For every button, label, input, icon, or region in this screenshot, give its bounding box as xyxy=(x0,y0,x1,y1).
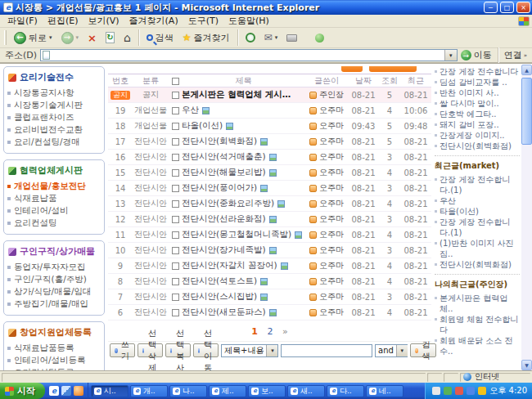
taskbar-task-button[interactable]: 개.. xyxy=(130,385,168,397)
post-title-link[interactable]: 전단시안(회벽화점) xyxy=(182,136,257,147)
post-title-link[interactable]: 전단시안(스시집밥) xyxy=(182,291,257,303)
row-checkbox[interactable] xyxy=(172,107,179,114)
address-input[interactable]: ▾ xyxy=(40,49,458,61)
sidebar-item[interactable]: 식재료납품 xyxy=(7,192,101,204)
recent-post-link[interactable]: (1)반찬 이미지 사진 짐.. xyxy=(435,238,520,259)
post-title-link[interactable]: 전단시안(자갈치 꼼장어) xyxy=(182,260,277,271)
taskbar-task-button[interactable]: 제.. xyxy=(209,385,246,397)
page-link-2[interactable]: 2 xyxy=(267,326,273,337)
quicklaunch-ie-icon[interactable] xyxy=(49,386,59,396)
refresh-button[interactable]: ↻ xyxy=(101,30,119,45)
author-link[interactable]: 오주마 xyxy=(319,136,344,147)
menu-item[interactable]: 도구(T) xyxy=(183,15,223,27)
sidebar-item[interactable]: 시장통공지사항 xyxy=(7,87,101,99)
tray-network-icon[interactable] xyxy=(467,387,475,395)
recent-post-link[interactable]: 간장 게장 전수합니다.(1) xyxy=(435,174,520,195)
search-input[interactable] xyxy=(281,344,372,357)
sidebar-item[interactable]: 상가/식당/매물/임대 xyxy=(7,285,101,298)
sidebar-item[interactable]: 요리비법전수교환 xyxy=(7,123,101,136)
tray-volume-icon[interactable] xyxy=(432,387,440,395)
maximize-button[interactable]: □ xyxy=(500,2,514,13)
taskbar-task-button[interactable]: 새.. xyxy=(287,385,325,397)
start-button[interactable]: 시작 xyxy=(0,383,45,399)
row-checkbox[interactable] xyxy=(172,262,179,270)
go-button[interactable]: → 이동 xyxy=(461,49,492,61)
my-recent-post-link[interactable]: 회원명 체험 전수합니다 xyxy=(435,314,520,335)
my-recent-post-link[interactable]: 본게시판은 협력업체.. xyxy=(435,293,520,314)
print-button[interactable] xyxy=(282,33,301,43)
author-link[interactable]: 오주마 xyxy=(319,213,344,225)
search-field-select[interactable]: 제목+내용 ▾ xyxy=(221,344,278,357)
author-link[interactable]: 오주마 xyxy=(319,291,344,303)
author-link[interactable]: 오주마 xyxy=(319,167,344,178)
back-button[interactable]: ← 뒤로 ▾ xyxy=(10,30,56,46)
sidebar-item[interactable]: 인테리어/설비 xyxy=(7,204,101,217)
author-link[interactable]: 오주마 xyxy=(319,244,344,256)
address-dropdown-button[interactable]: ▾ xyxy=(444,50,457,61)
my-recent-post-link[interactable]: 회원 배운닭 소스 전수.. xyxy=(435,335,520,356)
post-title-link[interactable]: 전단시안(석토스트) xyxy=(182,276,257,287)
page-next-link[interactable]: » xyxy=(282,326,288,337)
mail-button[interactable]: ✉ ▾ xyxy=(260,31,282,44)
sidebar-item[interactable]: 인테리어/설비등록 xyxy=(7,354,101,366)
recent-post-link[interactable]: 전단시안(회벽화점) xyxy=(435,141,520,151)
links-button[interactable]: 연결 » xyxy=(504,49,529,61)
author-link[interactable]: 오주마 xyxy=(319,260,344,271)
history-button[interactable] xyxy=(241,31,259,44)
author-link[interactable]: 오주마 xyxy=(319,229,344,240)
sidebar-item[interactable]: 요리/컨설팅/경매 xyxy=(7,136,101,148)
sidebar-item[interactable]: 개업선물/홍보전단 xyxy=(7,180,101,192)
tray-messenger-icon[interactable] xyxy=(478,387,486,395)
recent-post-link[interactable]: 간장게장 이미지.. xyxy=(435,130,520,141)
row-checkbox[interactable] xyxy=(172,92,179,99)
row-checkbox[interactable] xyxy=(172,169,179,177)
menu-item[interactable]: 편집(E) xyxy=(43,15,83,27)
favorites-button[interactable]: ★ 즐겨찾기 xyxy=(178,30,234,46)
post-title-link[interactable]: 본게시판은 협력업체 게시판입니다 xyxy=(182,89,292,101)
post-title-link[interactable]: 전단시안(선라운화점) xyxy=(182,213,266,225)
close-button[interactable]: × xyxy=(516,2,530,13)
author-link[interactable]: 오주마 xyxy=(319,182,344,194)
row-checkbox[interactable] xyxy=(172,185,179,192)
row-checkbox[interactable] xyxy=(172,309,179,316)
menu-item[interactable]: 파일(F) xyxy=(2,15,43,27)
post-title-link[interactable]: 전단시안(풍이어가) xyxy=(182,182,257,194)
post-title-link[interactable]: 전단시안(장가네족발) xyxy=(182,244,266,256)
sidebar-item[interactable]: 클럽프랜차이즈 xyxy=(7,111,101,123)
author-link[interactable]: 오주마 xyxy=(319,276,344,287)
author-link[interactable]: 오주마 xyxy=(319,151,344,163)
recent-post-link[interactable]: 타올(이선) xyxy=(435,206,520,217)
menu-item[interactable]: 도움말(H) xyxy=(223,15,274,27)
recent-post-link[interactable]: 단호박 에그타.. xyxy=(435,109,520,119)
messenger-button[interactable] xyxy=(311,32,328,44)
scroll-down-button[interactable]: ▼ xyxy=(521,360,532,370)
menu-item[interactable]: 즐겨찾기(A) xyxy=(124,15,183,27)
row-checkbox[interactable] xyxy=(172,231,179,239)
taskbar-task-button[interactable]: 네.. xyxy=(366,385,404,397)
row-checkbox[interactable] xyxy=(172,216,179,223)
board-action-button[interactable]: 선택삭제 xyxy=(138,343,163,357)
clipped-button[interactable] xyxy=(341,66,363,72)
sidebar-item[interactable]: 동업자/투자자모집 xyxy=(7,261,101,273)
mail-dropdown-icon[interactable]: ▾ xyxy=(275,34,278,41)
post-title-link[interactable]: 전단시안(석거매출춘) xyxy=(182,151,266,163)
tray-update-icon[interactable] xyxy=(455,387,463,395)
recent-post-link[interactable]: 간장 게장 전수합니다.(1) xyxy=(435,217,520,238)
scroll-up-button[interactable]: ▲ xyxy=(521,65,532,75)
sidebar-item[interactable]: 시장통기술게시판 xyxy=(7,99,101,111)
post-title-link[interactable]: 전단시안(중화요리주방) xyxy=(182,198,274,209)
stop-button[interactable]: × xyxy=(83,31,101,45)
quicklaunch-show-desktop-icon[interactable] xyxy=(61,386,71,396)
quicklaunch-media-player-icon[interactable] xyxy=(74,386,83,396)
row-checkbox[interactable] xyxy=(172,247,179,254)
taskbar-task-button[interactable]: 나.. xyxy=(169,385,207,397)
taskbar-task-button[interactable]: 시.. xyxy=(91,385,128,397)
taskbar-task-button[interactable]: 보.. xyxy=(248,385,286,397)
edit-button[interactable] xyxy=(302,36,310,39)
back-dropdown-icon[interactable]: ▾ xyxy=(49,34,52,41)
scrollbar-thumb[interactable] xyxy=(521,78,532,145)
sidebar-item[interactable]: 식재료납품등록 xyxy=(7,342,101,354)
row-checkbox[interactable] xyxy=(172,138,179,146)
search-toolbar-button[interactable]: 검색 xyxy=(142,30,178,46)
taskbar-task-button[interactable]: 다.. xyxy=(327,385,364,397)
